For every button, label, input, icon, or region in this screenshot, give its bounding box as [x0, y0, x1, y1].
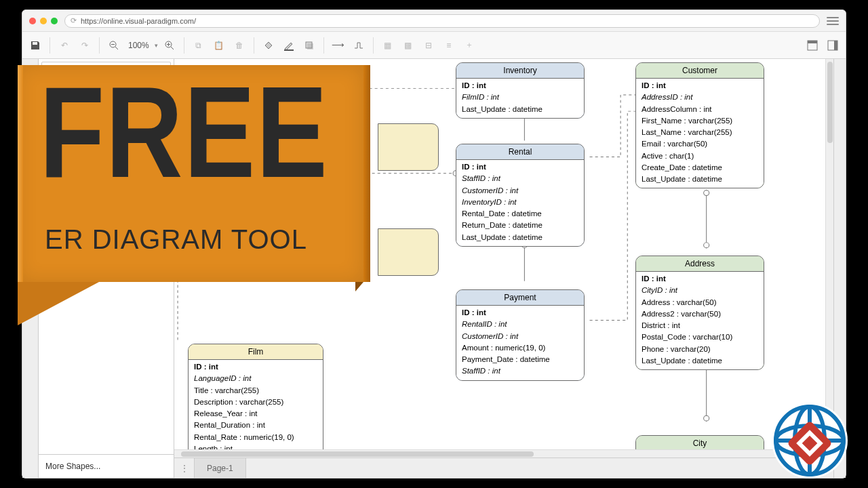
- entity-column: CustomerID : int: [462, 185, 578, 197]
- url-text: https://online.visual-paradigm.com/: [81, 17, 196, 25]
- entity-column: Last_Update : datetime: [642, 355, 758, 367]
- entity-column: Phone : varchar(20): [642, 344, 758, 355]
- entity-title: Inventory: [456, 63, 584, 79]
- paste-button[interactable]: 📋: [210, 37, 228, 54]
- outline-panel-button[interactable]: [824, 37, 842, 54]
- add-button[interactable]: ＋: [460, 37, 478, 54]
- diagram-canvas[interactable]: Inventory ID : intFilmID : intLast_Updat…: [174, 59, 833, 458]
- entity-column: Release_Year : int: [194, 408, 317, 420]
- entity-column: Last_Update : datetime: [642, 174, 758, 185]
- entity-column: CityID : int: [642, 285, 758, 296]
- brand-logo-icon: [769, 400, 850, 481]
- entity-address[interactable]: Address ID : intCityID : intAddress : va…: [635, 256, 764, 370]
- entity-column: Title : varchar(255): [194, 385, 317, 396]
- zoom-out-button[interactable]: [105, 37, 123, 54]
- app-window: ⟳ https://online.visual-paradigm.com/ ↶ …: [22, 9, 846, 479]
- entity-column: Payment_Date : datetime: [462, 354, 578, 365]
- entity-column: AddressID : int: [642, 92, 758, 103]
- page-tabs: ⋮ Page-1: [174, 458, 833, 478]
- window-controls: [29, 18, 58, 24]
- svg-rect-11: [808, 41, 817, 43]
- entity-column: InventoryID : int: [462, 197, 578, 208]
- main-split: ▾ Entity Relationship More Shapes...: [22, 59, 846, 478]
- entity-column: Last_Update : datetime: [462, 104, 578, 115]
- delete-button[interactable]: 🗑: [231, 37, 248, 54]
- entity-column: Postal_Code : varchar(10): [642, 331, 758, 343]
- svg-point-22: [704, 415, 709, 421]
- svg-point-20: [704, 243, 709, 248]
- horizontal-scrollbar[interactable]: [174, 449, 833, 458]
- undo-button[interactable]: ↶: [56, 37, 73, 54]
- entity-column: LanguageID : int: [194, 373, 317, 384]
- waypoint-button[interactable]: [350, 37, 368, 54]
- reload-icon: ⟳: [71, 16, 77, 25]
- entity-column: StaffID : int: [462, 365, 578, 377]
- entity-column: FilmID : int: [462, 92, 578, 103]
- search-input[interactable]: [41, 62, 171, 77]
- entity-payment[interactable]: Payment ID : intRentalID : intCustomerID…: [456, 289, 585, 381]
- entity-column: Address2 : varchar(50): [642, 308, 758, 320]
- svg-point-19: [704, 190, 709, 196]
- entity-column: Return_Date : datetime: [462, 220, 578, 231]
- tab-menu-button[interactable]: ⋮: [174, 458, 195, 478]
- entity-inventory[interactable]: Inventory ID : intFilmID : intLast_Updat…: [456, 62, 585, 119]
- shape-panel: ▾ Entity Relationship More Shapes...: [39, 59, 174, 478]
- shadow-button[interactable]: [300, 37, 318, 54]
- entity-customer[interactable]: Customer ID : intAddressID : intAddressC…: [635, 62, 764, 188]
- minimize-dot-icon[interactable]: [40, 18, 47, 24]
- zoom-level[interactable]: 100%: [125, 41, 152, 50]
- shape-entity-green[interactable]: [44, 124, 71, 140]
- main-toolbar: ↶ ↷ 100% ▾ ⧉ 📋 🗑 ⟶ ▦ ▩ ⊟ ≡ ＋: [22, 32, 846, 59]
- maximize-dot-icon[interactable]: [51, 18, 58, 24]
- connection-style-button[interactable]: ⟶: [330, 37, 347, 54]
- browser-chrome: ⟳ https://online.visual-paradigm.com/: [22, 10, 846, 32]
- entity-partial-2[interactable]: [378, 228, 439, 276]
- more-shapes-button[interactable]: More Shapes...: [39, 454, 174, 478]
- entity-column: Create_Date : datetime: [642, 162, 758, 174]
- entity-column: Rental_Date : datetime: [462, 208, 578, 220]
- entity-column: StaffID : int: [462, 173, 578, 184]
- zoom-dropdown-icon[interactable]: ▾: [155, 42, 158, 49]
- to-back-button[interactable]: ▩: [399, 37, 417, 54]
- entity-column: ID : int: [462, 80, 578, 92]
- entity-column: Active : char(1): [642, 150, 758, 162]
- category-label: Entity Relationship: [52, 84, 113, 92]
- svg-line-1: [115, 47, 118, 49]
- entity-partial-1[interactable]: [378, 123, 439, 171]
- copy-button[interactable]: ⧉: [190, 37, 208, 54]
- close-dot-icon[interactable]: [29, 18, 36, 24]
- collapsed-rail: [22, 59, 39, 478]
- entity-column: Description : varchar(255): [194, 396, 317, 408]
- entity-column: District : int: [642, 320, 758, 331]
- entity-rental[interactable]: Rental ID : intStaffID : intCustomerID :…: [456, 144, 585, 247]
- url-field[interactable]: ⟳ https://online.visual-paradigm.com/: [64, 14, 820, 28]
- entity-column: RentalID : int: [462, 319, 578, 330]
- fill-color-button[interactable]: [260, 37, 277, 54]
- align-button[interactable]: ⊟: [420, 37, 437, 54]
- zoom-in-button[interactable]: [161, 37, 178, 54]
- line-color-button[interactable]: [280, 37, 298, 54]
- vertical-scrollbar[interactable]: [825, 59, 833, 449]
- distribute-button[interactable]: ≡: [440, 37, 458, 54]
- format-panel-button[interactable]: [804, 37, 821, 54]
- save-button[interactable]: [26, 37, 44, 54]
- svg-line-4: [171, 47, 174, 49]
- shape-category[interactable]: ▾ Entity Relationship: [39, 80, 174, 97]
- shape-entity-yellow[interactable]: [44, 102, 71, 119]
- entity-column: First_Name : varchar(255): [642, 115, 758, 127]
- entity-column: ID : int: [642, 80, 758, 92]
- entity-column: ID : int: [194, 361, 317, 373]
- entity-column: ID : int: [462, 307, 578, 319]
- entity-title: Address: [636, 256, 764, 272]
- redo-button[interactable]: ↷: [76, 37, 94, 54]
- entity-column: ID : int: [642, 273, 758, 285]
- entity-column: Last_Name : varchar(255): [642, 127, 758, 138]
- to-front-button[interactable]: ▦: [379, 37, 397, 54]
- chevron-down-icon: ▾: [44, 85, 47, 92]
- menu-icon[interactable]: [827, 15, 839, 27]
- svg-rect-9: [307, 43, 313, 49]
- entity-film[interactable]: Film ID : intLanguageID : intTitle : var…: [188, 344, 323, 458]
- tab-page-1[interactable]: Page-1: [195, 458, 246, 478]
- svg-rect-13: [834, 41, 837, 50]
- entity-column: AddressColumn : int: [642, 104, 758, 115]
